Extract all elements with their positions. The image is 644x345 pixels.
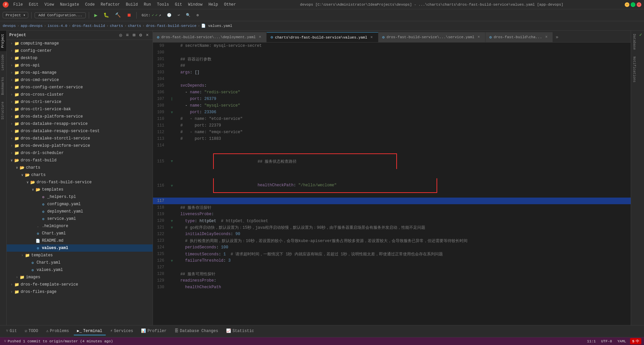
breadcrumb-charts2[interactable]: charts	[128, 24, 141, 28]
toolbar-search[interactable]: 🔍	[184, 12, 193, 18]
breadcrumb-service[interactable]: dros-fast-build-service	[146, 24, 196, 28]
panel-tab-problems[interactable]: ⚠ Problems	[43, 327, 72, 335]
toolbar-history[interactable]: 🕐	[165, 12, 174, 18]
menu-run[interactable]: Run	[141, 2, 154, 8]
tree-item-values-yaml-l3[interactable]: ⚙ values.yaml	[7, 266, 153, 274]
tree-item-dros-data-platform[interactable]: › 📁 dros-data-platform-service	[7, 113, 153, 120]
breadcrumb-app-devops[interactable]: app-devops	[21, 24, 43, 28]
panel-tab-statistic[interactable]: 📈 Statistic	[223, 327, 257, 335]
breadcrumb-iscos[interactable]: iscos-4.0	[48, 24, 67, 28]
tree-item-dros-fast-build[interactable]: ∨ 📂 dros-fast-build	[7, 157, 153, 164]
left-label-structure[interactable]: Structure	[0, 98, 6, 123]
tab-service-yaml[interactable]: ⚙ dros-fast-build-service\...\service.ya…	[378, 32, 485, 42]
menu-build[interactable]: Build	[123, 2, 140, 8]
stop-button[interactable]: ⏹	[125, 12, 133, 19]
tree-item-dros-cmd-service[interactable]: › 📁 dros-cmd-service	[7, 76, 153, 84]
tree-item-charts-l2[interactable]: ∨ 📂 charts	[7, 164, 153, 171]
editor-content[interactable]: 99 # secretName: mysql-service-secret 10…	[153, 43, 631, 325]
tree-item-service-yaml[interactable]: ⚙ service.yaml	[7, 215, 153, 222]
breadcrumb-dros-fast-build[interactable]: dros-fast-build	[72, 24, 105, 28]
menu-code[interactable]: Code	[82, 2, 97, 8]
tree-item-dros-ctrl-service-bak[interactable]: › 📁 dros-ctrl-service-bak	[7, 106, 153, 113]
menu-navigate[interactable]: Navigate	[57, 2, 82, 8]
panel-tab-profiler[interactable]: 📊 Profiler	[138, 327, 170, 335]
menu-file[interactable]: File	[11, 2, 26, 8]
locate-icon[interactable]: ◎	[118, 33, 123, 38]
tab-close-icon[interactable]: ×	[258, 35, 262, 40]
menu-refactor[interactable]: Refactor	[98, 2, 123, 8]
tab-values-yaml[interactable]: ⚙ charts\dros-fast-build-service\values.…	[267, 32, 378, 42]
toolbar-settings[interactable]: ⚙	[194, 12, 201, 18]
sidebar-settings-icon[interactable]: ⚙	[138, 33, 143, 38]
panel-tab-db-changes[interactable]: 🗄 Database Changes	[171, 327, 221, 335]
tree-item-dros-config-center[interactable]: › 📁 dros-config-center-service	[7, 84, 153, 91]
toolbar-add-config[interactable]: Add Configuration...	[35, 12, 86, 18]
right-label-notifications[interactable]: Notifications	[631, 53, 637, 86]
left-label-bookmarks[interactable]: Bookmarks	[0, 74, 6, 98]
menu-view[interactable]: View	[42, 2, 57, 8]
tab-close-icon[interactable]: ×	[369, 35, 374, 40]
menu-help[interactable]: Help	[206, 2, 221, 8]
tree-item-dros-fe-template[interactable]: › 📁 dros-fe-template-service	[7, 281, 153, 288]
breadcrumb-charts1[interactable]: charts	[110, 24, 123, 28]
sidebar-close-icon[interactable]: ×	[145, 33, 150, 38]
tree-item-helmignore[interactable]: . .helmignore	[7, 222, 153, 230]
toolbar-git[interactable]: Git: ✓ ✓ ↗	[140, 12, 163, 18]
breadcrumb-devops[interactable]: devops	[3, 24, 16, 28]
tree-item-dros-files-page[interactable]: › 📁 dros-files-page	[7, 288, 153, 296]
tree-item-computing-manage[interactable]: › 📁 computing-manage	[7, 40, 153, 47]
status-line-col[interactable]: 11:1	[586, 339, 597, 343]
tree-item-configmap[interactable]: ⚙ configmap.yaml	[7, 201, 153, 208]
expand-icon[interactable]: ⊞	[131, 33, 137, 38]
tree-item-charts-l3[interactable]: ∨ 📂 charts	[7, 171, 153, 179]
close-button[interactable]: ×	[637, 2, 641, 7]
status-encoding[interactable]: UTF-8	[600, 339, 613, 343]
tree-item-readme[interactable]: 📄 README.md	[7, 237, 153, 244]
minimize-button[interactable]: ─	[625, 2, 629, 7]
status-ime[interactable]: S 中	[630, 338, 641, 344]
menu-other[interactable]: Other	[221, 2, 239, 8]
panel-tab-todo[interactable]: ☑ TODO	[22, 327, 42, 335]
panel-tab-git[interactable]: ⑂ Git	[3, 327, 20, 335]
tree-item-templates-l3[interactable]: › 📁 templates	[7, 252, 153, 259]
tree-item-images[interactable]: › 📁 images	[7, 274, 153, 281]
status-language[interactable]: YAML	[616, 339, 627, 343]
tree-item-dros-datalake-storctl[interactable]: › 📁 dros-datalake-storctl-service	[7, 135, 153, 142]
check-icon[interactable]: ✓	[639, 32, 642, 38]
tab-close-icon[interactable]: ×	[544, 35, 549, 40]
left-label-leetcode[interactable]: Leetcode	[0, 51, 6, 74]
toolbar-project-dropdown[interactable]: Project ▾	[3, 12, 28, 18]
tree-item-dros-ctrl-service[interactable]: › 📁 dros-ctrl-service	[7, 98, 153, 106]
run-button[interactable]: ▶	[92, 11, 99, 20]
menu-window[interactable]: Window	[186, 2, 205, 8]
tree-item-dros-datalake-resapp[interactable]: › 📁 dros-datalake-resapp-service	[7, 120, 153, 128]
tree-item-desktop[interactable]: › 📁 desktop	[7, 54, 153, 62]
debug-button[interactable]: 🐛	[101, 11, 111, 19]
tree-item-dros-datalake-resapp-test[interactable]: › 📁 dros-datalake-resapp-service-test	[7, 128, 153, 135]
tree-item-helpers-tpl[interactable]: ⚙ _helpers.tpl	[7, 193, 153, 201]
tree-item-dros-drl-scheduler[interactable]: › 📁 dros-drl-scheduler	[7, 149, 153, 157]
tree-item-chart-yaml[interactable]: ⚙ Chart.yaml	[7, 230, 153, 237]
tree-item-dros-api[interactable]: › 📁 dros-api	[7, 62, 153, 69]
tree-item-dros-fast-build-service[interactable]: ∨ 📂 dros-fast-build-service	[7, 179, 153, 186]
tab-close-icon[interactable]: ×	[476, 35, 481, 40]
menu-git[interactable]: Git	[172, 2, 185, 8]
tab-deployment[interactable]: ⚙ dros-fast-build-service\...\deployment…	[153, 32, 267, 42]
tree-item-config-center[interactable]: › 📁 config-center	[7, 47, 153, 54]
tree-item-dros-api-manage[interactable]: › 📁 dros-api-manage	[7, 69, 153, 76]
status-git-push[interactable]: ⑂ Pushed 1 commit to origin/master (4 mi…	[3, 339, 114, 343]
tree-item-dros-develop-platform[interactable]: › 📁 dros-develop-platform-service	[7, 142, 153, 149]
tabs-more-icon[interactable]: »	[553, 32, 561, 42]
tree-item-dros-cross-cluster[interactable]: › 📁 dros-cross-cluster	[7, 91, 153, 98]
menu-tools[interactable]: Tools	[154, 2, 172, 8]
panel-tab-terminal[interactable]: ▶_ Terminal	[74, 327, 106, 335]
right-label-database[interactable]: Database	[631, 31, 637, 53]
panel-tab-services[interactable]: ⚡ Services	[107, 327, 137, 335]
left-label-project[interactable]: Project	[0, 31, 6, 51]
tree-item-values-yaml[interactable]: ⚙ values.yaml	[7, 244, 153, 252]
build-button[interactable]: 🔨	[113, 11, 123, 19]
collapse-all-icon[interactable]: ≡	[125, 33, 130, 38]
tab-chart[interactable]: ⚙ dros-fast-build\cha... ×	[485, 32, 553, 42]
tree-item-deployment[interactable]: ⚙ deployment.yaml	[7, 208, 153, 215]
toolbar-undo[interactable]: ↩	[176, 12, 182, 18]
